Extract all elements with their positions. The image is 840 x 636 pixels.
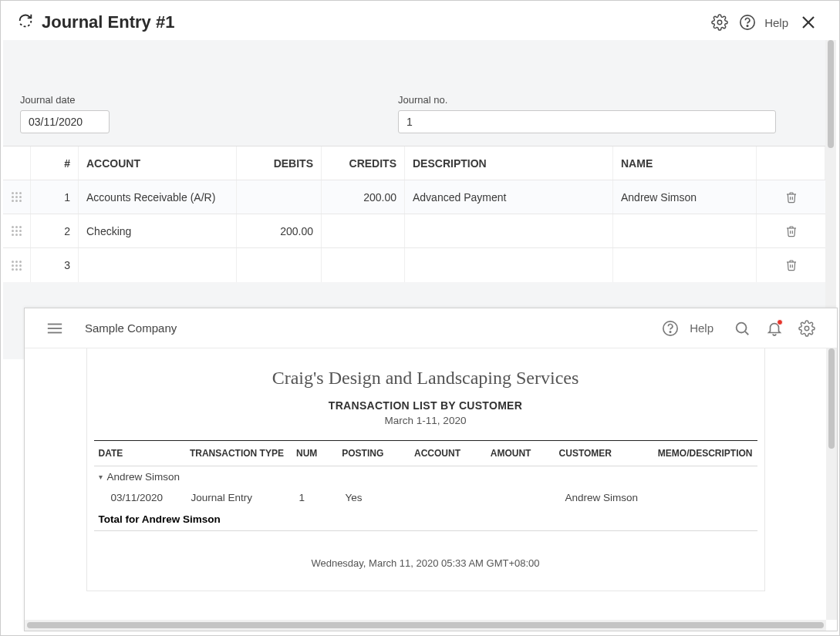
close-icon[interactable] — [799, 13, 818, 32]
total-label: Total for Andrew Simson — [99, 513, 221, 525]
gear-icon[interactable] — [710, 13, 729, 32]
svg-point-0 — [717, 20, 722, 25]
notification-badge — [777, 319, 783, 325]
help-icon[interactable] — [660, 318, 680, 338]
report-table: DATE TRANSACTION TYPE NUM POSTING ACCOUN… — [94, 440, 757, 531]
journal-lines-grid: # ACCOUNT DEBITS CREDITS DESCRIPTION NAM… — [3, 146, 825, 282]
gear-icon[interactable] — [797, 318, 817, 338]
page-title: Journal Entry #1 — [42, 12, 174, 32]
report-company-title: Craig's Design and Landscaping Services — [87, 368, 764, 389]
journal-date-input[interactable] — [20, 110, 110, 133]
cell-description[interactable] — [405, 214, 613, 247]
cell-debits[interactable] — [237, 180, 322, 214]
report-table-header: DATE TRANSACTION TYPE NUM POSTING ACCOUN… — [94, 440, 757, 466]
cell-customer: Andrew Simson — [561, 487, 661, 508]
col-num: NUM — [292, 441, 337, 466]
journal-header: Journal Entry #1 Help — [3, 3, 836, 40]
cell-name[interactable] — [613, 248, 757, 282]
report-date-range: March 1-11, 2020 — [87, 415, 764, 426]
journal-no-input[interactable] — [398, 110, 776, 133]
company-nav-label[interactable]: Sample Company — [85, 321, 177, 335]
report-window: Sample Company Help Craig's Design and L… — [24, 308, 838, 631]
cell-description[interactable]: Advanced Payment — [405, 180, 613, 214]
cell-credits[interactable] — [322, 214, 405, 247]
cell-account — [414, 487, 491, 508]
grid-row[interactable]: 2 Checking 200.00 — [3, 214, 825, 248]
help-label[interactable]: Help — [690, 321, 713, 335]
grid-header: # ACCOUNT DEBITS CREDITS DESCRIPTION NAM… — [3, 146, 825, 180]
cell-num: 1 — [295, 487, 341, 508]
svg-point-2 — [747, 25, 747, 26]
cell-description[interactable] — [405, 248, 613, 282]
cell-ttype: Journal Entry — [187, 487, 295, 508]
journal-entry-window: Journal Entry #1 Help Journal date Journ… — [3, 3, 836, 358]
col-date: DATE — [94, 441, 185, 466]
cell-num: 2 — [31, 214, 79, 247]
grid-row[interactable]: 3 — [3, 248, 825, 282]
col-description: DESCRIPTION — [405, 146, 613, 180]
col-posting: POSTING — [337, 441, 410, 466]
vertical-scrollbar[interactable] — [826, 348, 837, 620]
drag-handle-icon[interactable] — [3, 180, 31, 214]
report-type: TRANSACTION LIST BY CUSTOMER — [87, 399, 764, 412]
drag-handle-icon[interactable] — [3, 248, 31, 282]
journal-no-label: Journal no. — [398, 94, 808, 106]
col-account: ACCOUNT — [410, 441, 486, 466]
col-delete — [757, 146, 825, 180]
help-icon[interactable] — [738, 13, 757, 32]
report-total-row: Total for Andrew Simson — [94, 508, 757, 531]
cell-debits[interactable]: 200.00 — [237, 214, 322, 247]
horizontal-scrollbar[interactable] — [25, 620, 826, 631]
cell-name[interactable] — [613, 214, 757, 247]
col-memo: MEMO/DESCRIPTION — [653, 441, 757, 466]
cell-amount — [491, 487, 561, 508]
journal-date-label: Journal date — [20, 94, 398, 106]
search-icon[interactable] — [732, 318, 752, 338]
svg-point-9 — [670, 331, 670, 331]
col-debits: DEBITS — [237, 146, 322, 180]
cell-account[interactable] — [79, 248, 237, 282]
report-data-row[interactable]: 03/11/2020 Journal Entry 1 Yes Andrew Si… — [94, 487, 757, 508]
col-name: NAME — [613, 146, 757, 180]
report-group-row[interactable]: ▾ Andrew Simson — [94, 466, 757, 487]
drag-handle-icon[interactable] — [3, 214, 31, 247]
cell-num: 1 — [31, 180, 79, 214]
cell-name[interactable]: Andrew Simson — [613, 180, 757, 214]
col-customer: CUSTOMER — [555, 441, 653, 466]
col-num: # — [31, 146, 79, 180]
cell-memo — [661, 487, 757, 508]
cell-debits[interactable] — [237, 248, 322, 282]
col-credits: CREDITS — [322, 146, 405, 180]
report-body: Craig's Design and Landscaping Services … — [25, 348, 826, 620]
cell-posting: Yes — [341, 487, 414, 508]
trash-icon[interactable] — [757, 248, 825, 282]
caret-down-icon: ▾ — [99, 473, 103, 481]
cell-credits[interactable]: 200.00 — [322, 180, 405, 214]
col-account: ACCOUNT — [79, 146, 237, 180]
cell-num: 3 — [31, 248, 79, 282]
recurring-icon — [17, 12, 34, 32]
help-label[interactable]: Help — [764, 16, 788, 29]
journal-meta: Journal date Journal no. — [3, 40, 825, 146]
grid-row[interactable]: 1 Accounts Receivable (A/R) 200.00 Advan… — [3, 180, 825, 214]
col-drag — [3, 146, 31, 180]
cell-date: 03/11/2020 — [94, 487, 187, 508]
report-footer-timestamp: Wednesday, March 11, 2020 05:33 AM GMT+0… — [87, 557, 764, 569]
report-card: Craig's Design and Landscaping Services … — [86, 348, 765, 591]
col-ttype: TRANSACTION TYPE — [185, 441, 292, 466]
report-topbar: Sample Company Help — [25, 308, 837, 348]
bell-icon[interactable] — [764, 318, 784, 338]
svg-point-10 — [737, 322, 747, 332]
hamburger-icon[interactable] — [45, 318, 65, 338]
trash-icon[interactable] — [757, 180, 825, 214]
group-name: Andrew Simson — [107, 471, 180, 483]
svg-line-11 — [745, 331, 748, 335]
cell-credits[interactable] — [322, 248, 405, 282]
col-amount: AMOUNT — [486, 441, 555, 466]
svg-point-12 — [805, 326, 809, 331]
cell-account[interactable]: Accounts Receivable (A/R) — [79, 180, 237, 214]
cell-account[interactable]: Checking — [79, 214, 237, 247]
trash-icon[interactable] — [757, 214, 825, 247]
